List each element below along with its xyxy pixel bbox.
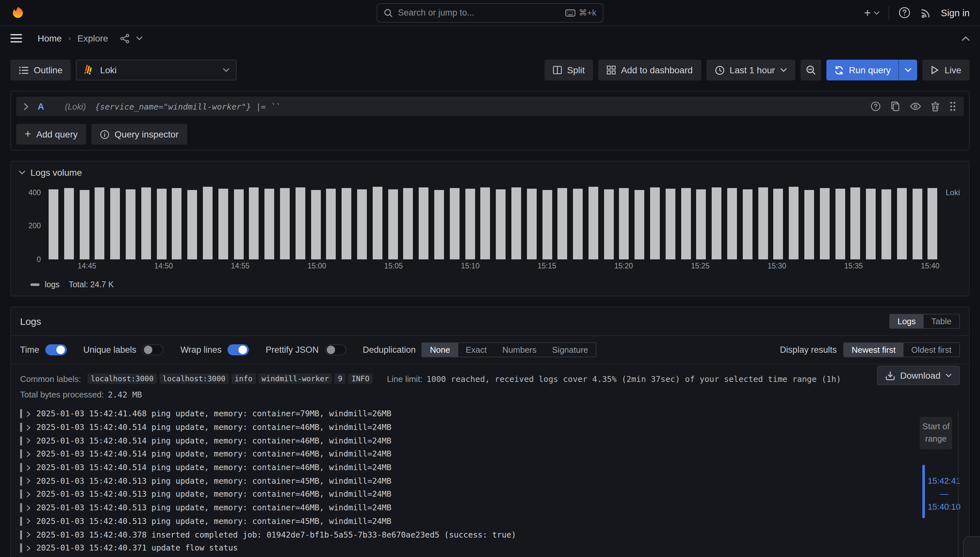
- run-query-button[interactable]: Run query: [826, 60, 917, 80]
- time-toggle[interactable]: [45, 344, 67, 355]
- drag-handle-icon[interactable]: [949, 101, 956, 112]
- log-row[interactable]: 2025-01-03 15:42:40.514 ping update, mem…: [11, 448, 969, 461]
- dedup-option-none[interactable]: None: [422, 343, 458, 357]
- time-range-picker[interactable]: Last 1 hour: [706, 60, 795, 80]
- volume-bar[interactable]: [928, 188, 938, 259]
- log-row[interactable]: 2025-01-03 15:42:40.513 ping update, mem…: [11, 488, 969, 501]
- wrap-lines-toggle[interactable]: [228, 344, 249, 355]
- download-button[interactable]: Download: [877, 366, 960, 385]
- volume-bar[interactable]: [558, 188, 567, 259]
- display-option-oldest-first[interactable]: Oldest first: [904, 343, 959, 357]
- volume-bar[interactable]: [372, 187, 382, 259]
- volume-bar[interactable]: [141, 187, 151, 259]
- log-row[interactable]: 2025-01-03 15:42:40.378 inserted complet…: [11, 528, 969, 541]
- volume-bar[interactable]: [280, 188, 290, 259]
- news-rss-button[interactable]: [920, 7, 932, 19]
- log-row[interactable]: 2025-01-03 15:42:41.468 ping update, mem…: [11, 407, 969, 420]
- volume-bar[interactable]: [156, 189, 166, 259]
- prettify-json-toggle[interactable]: [324, 344, 346, 355]
- volume-bar[interactable]: [650, 187, 660, 259]
- add-query-button[interactable]: + Add query: [16, 124, 86, 145]
- volume-bar[interactable]: [187, 190, 197, 259]
- volume-bar[interactable]: [296, 187, 305, 259]
- volume-bar[interactable]: [341, 188, 351, 259]
- volume-bar[interactable]: [265, 189, 274, 259]
- expand-log-chevron-icon[interactable]: [26, 492, 31, 497]
- legend-series-label[interactable]: logs: [45, 280, 60, 289]
- volume-bar[interactable]: [388, 190, 398, 260]
- volume-bar[interactable]: [835, 189, 845, 259]
- volume-bar[interactable]: [588, 187, 598, 259]
- volume-bar[interactable]: [80, 190, 89, 259]
- volume-bar[interactable]: [249, 188, 259, 259]
- dedup-option-exact[interactable]: Exact: [458, 343, 494, 357]
- volume-bar[interactable]: [357, 189, 367, 260]
- expand-log-chevron-icon[interactable]: [26, 451, 31, 457]
- query-inspector-button[interactable]: Query inspector: [91, 124, 187, 145]
- outline-button[interactable]: Outline: [10, 60, 71, 80]
- logs-volume-header[interactable]: Logs volume: [11, 161, 969, 180]
- new-menu-button[interactable]: +: [864, 7, 879, 18]
- add-to-dashboard-button[interactable]: Add to dashboard: [598, 60, 701, 80]
- logs-volume-chart[interactable]: 0200400 14:4514:5014:5515:0015:0515:1015…: [20, 184, 960, 275]
- volume-bar[interactable]: [326, 189, 336, 259]
- query-help-icon[interactable]: [871, 101, 881, 112]
- live-button[interactable]: Live: [923, 60, 970, 80]
- zoom-out-button[interactable]: [800, 60, 821, 80]
- log-row[interactable]: 2025-01-03 15:42:40.514 ping update, mem…: [11, 420, 969, 434]
- log-row[interactable]: 2025-01-03 15:42:40.514 ping update, mem…: [11, 461, 969, 474]
- breadcrumb-home[interactable]: Home: [37, 33, 62, 44]
- volume-bar[interactable]: [573, 189, 583, 259]
- logs-scrollbar[interactable]: [958, 411, 959, 557]
- volume-bar[interactable]: [897, 188, 907, 259]
- dedup-option-numbers[interactable]: Numbers: [494, 343, 544, 357]
- log-row[interactable]: 2025-01-03 15:42:40.513 ping update, mem…: [11, 474, 969, 488]
- volume-bar[interactable]: [604, 189, 613, 260]
- hamburger-menu-icon[interactable]: [10, 34, 22, 43]
- volume-bar[interactable]: [64, 188, 74, 259]
- volume-bar[interactable]: [866, 188, 876, 259]
- volume-bar[interactable]: [912, 189, 922, 259]
- log-row[interactable]: 2025-01-03 15:42:40.513 ping update, mem…: [11, 515, 969, 528]
- expand-log-chevron-icon[interactable]: [26, 505, 31, 511]
- volume-bar[interactable]: [434, 190, 444, 259]
- search-input[interactable]: Search or jump to... ⌘+k: [377, 3, 603, 22]
- chevron-down-icon[interactable]: [136, 36, 143, 40]
- start-of-range-button[interactable]: Start of range: [920, 417, 952, 449]
- expand-chevron-icon[interactable]: [24, 103, 29, 110]
- volume-bar[interactable]: [774, 189, 783, 259]
- help-button[interactable]: [898, 7, 910, 19]
- log-row[interactable]: 2025-01-03 15:42:40.513 ping update, mem…: [11, 501, 969, 515]
- scroll-to-top-button[interactable]: [963, 536, 980, 557]
- hide-response-eye-icon[interactable]: [910, 103, 921, 110]
- expand-log-chevron-icon[interactable]: [26, 438, 31, 443]
- share-icon[interactable]: [120, 33, 130, 43]
- view-option-logs[interactable]: Logs: [890, 314, 923, 328]
- expand-log-chevron-icon[interactable]: [26, 478, 31, 484]
- volume-bar[interactable]: [403, 188, 413, 259]
- volume-bar[interactable]: [511, 187, 521, 259]
- volume-bar[interactable]: [95, 187, 105, 259]
- volume-bar[interactable]: [126, 190, 135, 260]
- volume-bar[interactable]: [527, 188, 536, 259]
- log-row[interactable]: 2025-01-03 15:42:40.371 update flow stat…: [11, 541, 969, 555]
- volume-bar[interactable]: [49, 189, 59, 260]
- grafana-logo[interactable]: [10, 5, 26, 20]
- volume-bar[interactable]: [172, 188, 182, 259]
- run-query-dropdown[interactable]: [899, 60, 917, 80]
- volume-bar[interactable]: [666, 189, 675, 259]
- datasource-picker[interactable]: Loki: [76, 60, 237, 80]
- volume-bar[interactable]: [542, 190, 552, 259]
- collapse-chevron-up-icon[interactable]: [962, 36, 970, 41]
- remove-query-trash-icon[interactable]: [931, 101, 940, 111]
- log-row[interactable]: 2025-01-03 15:42:40.514 ping update, mem…: [11, 434, 969, 448]
- breadcrumb-explore[interactable]: Explore: [78, 33, 108, 44]
- volume-bar[interactable]: [851, 187, 860, 259]
- volume-bar[interactable]: [881, 190, 891, 260]
- volume-bar[interactable]: [496, 189, 505, 259]
- expand-log-chevron-icon[interactable]: [26, 545, 31, 551]
- volume-bar[interactable]: [619, 188, 629, 259]
- chart-legend[interactable]: logs Total: 24.7 K: [31, 280, 960, 289]
- view-option-table[interactable]: Table: [924, 314, 959, 328]
- volume-bar[interactable]: [758, 188, 768, 259]
